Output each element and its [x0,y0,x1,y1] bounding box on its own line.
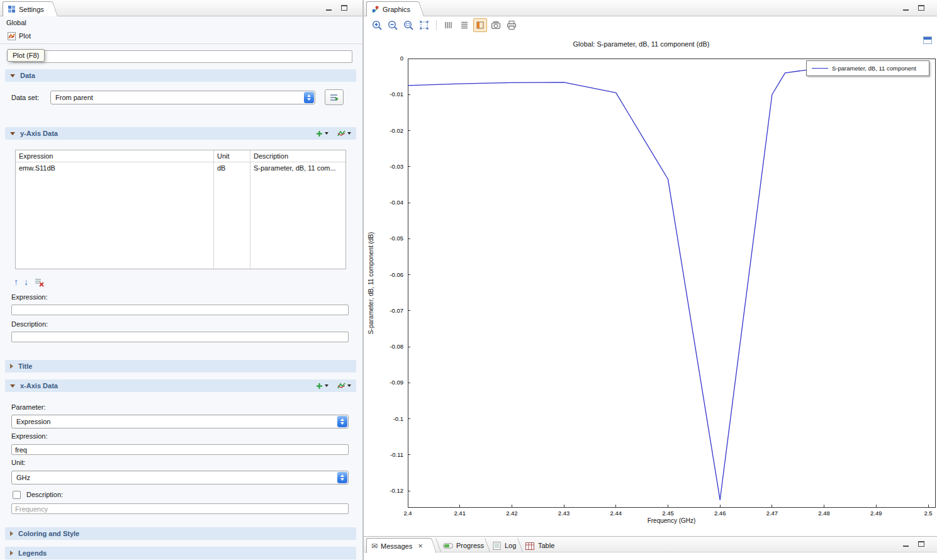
settings-panel: Settings Global Plot Plot (F8) Data Data… [0,0,363,560]
minimize-graphics-button[interactable] [901,4,911,13]
add-expression-button[interactable] [316,129,328,138]
svg-text:-0.02: -0.02 [390,127,403,134]
section-title: Coloring and Style [18,530,79,537]
close-messages-icon[interactable]: × [418,541,423,551]
combo-stepper-icon [337,472,347,483]
zoom-box-button[interactable] [401,18,415,32]
zoom-box-icon [403,20,414,31]
tab-settings[interactable]: Settings [3,1,50,16]
label-field[interactable] [13,50,352,63]
axis-limits-button[interactable] [473,18,487,32]
context-label: Global [6,19,26,26]
tab-log[interactable]: Log [492,539,516,552]
move-down-button[interactable]: ↓ [24,277,28,286]
zoom-in-button[interactable] [370,18,384,32]
y-axis-label: S-parameter, dB, 11 component (dB) [368,232,374,335]
move-up-button[interactable]: ↑ [14,277,18,286]
plot-menu-button[interactable] [337,129,351,138]
table-cell[interactable]: emw.S11dB [16,162,213,174]
chevron-down-icon [347,384,351,387]
graphics-panel: Graphics [363,0,937,536]
image-snapshot-button[interactable] [489,18,503,32]
svg-text:2.45: 2.45 [662,510,674,517]
plot-canvas[interactable]: 2.42.412.422.432.442.452.462.472.482.492… [364,34,937,536]
print-button[interactable] [505,18,519,32]
svg-text:-0.04: -0.04 [390,199,403,206]
table-column-expression: Expression emw.S11dB [16,150,214,269]
section-header-legends[interactable]: Legends [5,547,356,559]
zoom-out-button[interactable] [386,18,400,32]
x-axis-label: Frequency (GHz) [408,517,935,524]
column-header: Expression [16,150,213,162]
legend-line [812,68,828,69]
x-axis-scale-button[interactable] [442,18,456,32]
maximize-bottom-button[interactable] [916,540,926,549]
minimize-icon [326,9,332,11]
parameter-combo[interactable]: Expression [11,415,349,428]
zoom-extents-button[interactable] [417,18,431,32]
chevron-down-icon [325,384,328,387]
maximize-icon [341,5,347,11]
description-label: Description: [11,320,48,328]
table-toolbar: ↑ ↓ [14,277,44,287]
table-cell[interactable]: dB [214,162,250,174]
section-title: y-Axis Data [20,130,58,137]
x-expression-input[interactable] [11,444,349,455]
maximize-graphics-button[interactable] [916,4,926,13]
dataset-list-icon [329,92,339,103]
plot-menu-button[interactable] [337,381,351,390]
y-description-input[interactable] [11,332,349,342]
y-expression-input[interactable] [11,305,349,315]
section-title: Legends [18,549,47,557]
tab-table[interactable]: Table [525,539,554,552]
tab-table-label: Table [538,542,554,549]
table-column-unit: Unit dB [214,150,250,269]
axis-limits-icon [474,20,486,31]
table-cell[interactable]: S-parameter, dB, 11 com... [250,162,345,174]
zoom-in-icon [371,20,383,31]
plot-button[interactable]: Plot [5,30,33,42]
section-header-data[interactable]: Data [5,69,356,82]
go-to-source-button[interactable] [325,89,344,105]
svg-text:-0.09: -0.09 [390,379,403,386]
x-expression-label: Expression: [11,432,47,440]
plus-icon [316,383,323,389]
delete-row-button[interactable] [34,277,44,287]
tab-progress[interactable]: Progress [443,539,484,552]
svg-text:2.5: 2.5 [924,510,932,517]
dataset-label: Data set: [11,94,39,101]
graphics-tabbar: Graphics [364,0,937,16]
svg-text:-0.1: -0.1 [393,415,403,422]
svg-text:2.47: 2.47 [766,510,778,517]
minimize-bottom-button[interactable] [901,540,911,549]
add-parameter-button[interactable] [316,381,328,390]
unit-combo[interactable]: GHz [11,471,349,484]
description-checkbox[interactable] [13,491,21,499]
dataset-combo[interactable]: From parent [50,91,315,104]
zoom-out-icon [387,20,398,31]
section-header-title[interactable]: Title [5,360,356,372]
collapse-triangle-icon [10,74,15,77]
svg-text:-0.01: -0.01 [390,91,403,98]
minimize-settings-button[interactable] [324,4,334,13]
svg-text:-0.12: -0.12 [390,487,403,494]
svg-text:0: 0 [400,55,403,62]
chevron-down-icon [325,132,328,135]
maximize-icon [918,541,924,547]
parameter-combo-value: Expression [12,418,337,425]
maximize-settings-button[interactable] [339,4,349,13]
section-header-coloring-and-style[interactable]: Coloring and Style [5,527,356,540]
graphics-toolbar [364,16,937,34]
tab-messages[interactable]: ✉ Messages × [366,538,429,553]
plus-icon [316,130,323,137]
combo-stepper-icon [304,92,314,103]
section-header-y-axis-data[interactable]: y-Axis Data [5,127,356,140]
plot-button-label: Plot [19,32,31,40]
tab-graphics[interactable]: Graphics [366,1,417,16]
section-header-x-axis-data[interactable]: x-Axis Data [5,379,356,392]
minimize-icon [903,9,909,11]
y-axis-expression-table[interactable]: Expression emw.S11dB Unit dB Description… [15,150,346,269]
settings-tabbar: Settings [0,0,362,16]
plot-icon [8,32,16,40]
y-axis-scale-button[interactable] [457,18,471,32]
